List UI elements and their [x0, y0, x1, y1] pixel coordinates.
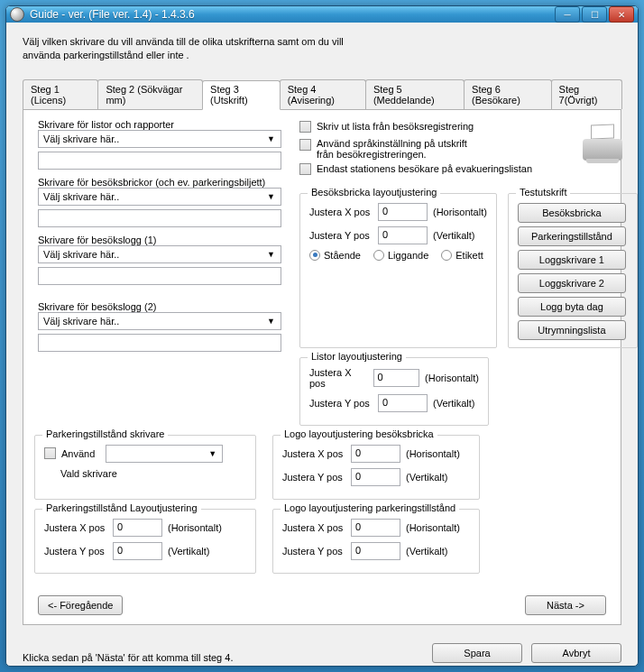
app-icon — [10, 7, 24, 22]
checkbox-parking-use[interactable] — [44, 447, 56, 459]
group-title-park-layout: Parkeringstillstånd Layoutjustering — [42, 502, 201, 513]
radio-liggande[interactable] — [373, 250, 384, 261]
checkbox-language[interactable] — [299, 139, 311, 151]
combo-printer-reports[interactable]: Välj skrivare här..▼ — [38, 130, 281, 148]
input-badge-y[interactable]: 0 — [378, 226, 428, 244]
text-printer-reports[interactable] — [38, 152, 281, 170]
label-printer-log2: Skrivare för besökslogg (2) — [38, 301, 281, 312]
text-printer-log1[interactable] — [38, 267, 281, 285]
chevron-down-icon: ▼ — [206, 449, 219, 458]
close-button[interactable]: ✕ — [609, 6, 634, 23]
group-logo-parking: Logo layoutjustering parkeringstillstånd… — [272, 509, 480, 574]
window-title: Guide - ver. (File ver. 1.4) - 1.4.3.6 — [30, 8, 555, 21]
input-badge-x[interactable]: 0 — [378, 203, 428, 221]
tab-step6[interactable]: Steg 6 (Besökare) — [464, 79, 552, 109]
group-parking-printer: Parkeringstillstånd skrivare Använd ▼ Va… — [34, 435, 256, 500]
group-title-logo-park: Logo layoutjustering parkeringstillstånd — [281, 502, 459, 513]
maximize-button[interactable]: ☐ — [582, 6, 607, 23]
chevron-down-icon: ▼ — [264, 317, 278, 326]
next-button[interactable]: Nästa -> — [525, 595, 606, 615]
group-parking-layout: Parkeringstillstånd Layoutjustering Just… — [34, 509, 256, 574]
input-logo-badge-x[interactable]: 0 — [351, 445, 400, 463]
group-title-list: Listor layoutjustering — [308, 351, 406, 362]
group-logo-badge: Logo layoutjustering besöksbricka Juster… — [272, 435, 480, 500]
label-chk2a: Använd språkinställning på utskrift — [317, 138, 467, 149]
radio-etikett[interactable] — [441, 250, 452, 261]
combo-printer-log1[interactable]: Välj skrivare här..▼ — [38, 245, 281, 263]
group-badge-layout: Besöksbricka layoutjustering Justera X p… — [299, 193, 497, 348]
group-list-layout: Listor layoutjustering Justera X pos0(Ho… — [299, 357, 489, 426]
label-vald-skrivare: Vald skrivare — [60, 468, 246, 479]
label-chk2b: från besökregistreringen. — [317, 149, 427, 160]
input-park-x[interactable]: 0 — [113, 519, 162, 537]
chevron-down-icon: ▼ — [264, 250, 278, 259]
group-test-print: Testutskrift Besöksbricka Parkeringstill… — [508, 193, 638, 348]
checkbox-print-list[interactable] — [299, 121, 311, 133]
btn-test-logday[interactable]: Logg byta dag — [518, 297, 626, 317]
input-list-x[interactable]: 0 — [373, 369, 420, 387]
input-list-y[interactable]: 0 — [378, 394, 428, 412]
radio-staende[interactable] — [309, 250, 320, 261]
checkbox-station-only[interactable] — [299, 163, 311, 175]
input-logo-badge-y[interactable]: 0 — [351, 468, 400, 486]
printer-column: Skrivare för listor och rapporter Välj s… — [34, 119, 281, 426]
btn-test-log1[interactable]: Loggskrivare 1 — [518, 250, 626, 270]
label-printer-badges: Skrivare för besöksbrickor (och ev. park… — [38, 177, 281, 188]
printer-icon — [580, 124, 625, 161]
cancel-button[interactable]: Avbryt — [531, 643, 621, 663]
combo-printer-badges[interactable]: Välj skrivare här..▼ — [38, 188, 281, 206]
input-logo-park-y[interactable]: 0 — [351, 542, 400, 560]
prev-button[interactable]: <- Föregående — [38, 595, 123, 615]
intro-text: Välj vilken skrivare du vill använda til… — [23, 35, 383, 63]
btn-test-parking[interactable]: Parkeringstillstånd — [518, 226, 626, 246]
save-button[interactable]: Spara — [432, 643, 522, 663]
tab-bar: Steg 1 (Licens) Steg 2 (Sökvägar mm) Ste… — [23, 79, 621, 110]
text-printer-badges[interactable] — [38, 209, 281, 227]
tab-step4[interactable]: Steg 4 (Avisering) — [280, 79, 366, 109]
group-title-test: Testutskrift — [516, 187, 571, 198]
label-chk3: Endast stationens besökare på evakuering… — [317, 163, 532, 174]
window-buttons: ─ ☐ ✕ — [555, 6, 634, 23]
combo-printer-log2[interactable]: Välj skrivare här..▼ — [38, 312, 281, 330]
tab-step7[interactable]: Steg 7(Övrigt) — [551, 79, 622, 109]
btn-test-log2[interactable]: Loggskrivare 2 — [518, 273, 626, 293]
main-window: Guide - ver. (File ver. 1.4) - 1.4.3.6 ─… — [5, 5, 639, 667]
text-printer-log2[interactable] — [38, 334, 281, 352]
footer-message: Klicka sedan på 'Nästa' för att komma ti… — [23, 652, 432, 663]
right-column: Skriv ut lista från besöksregistrering A… — [299, 119, 638, 426]
content-area: Välj vilken skrivare du vill använda til… — [6, 23, 638, 634]
group-title-badge: Besöksbricka layoutjustering — [308, 187, 440, 198]
input-park-y[interactable]: 0 — [113, 542, 162, 560]
btn-test-badge[interactable]: Besöksbricka — [518, 203, 626, 223]
label-chk1: Skriv ut lista från besöksregistrering — [317, 121, 474, 132]
tab-page: Skrivare för listor och rapporter Välj s… — [23, 110, 621, 625]
chevron-down-icon: ▼ — [264, 134, 278, 143]
combo-parking-printer[interactable]: ▼ — [106, 445, 223, 463]
btn-test-evac[interactable]: Utrymningslista — [518, 320, 626, 340]
group-title-logo-badge: Logo layoutjustering besöksbricka — [281, 428, 437, 439]
chevron-down-icon: ▼ — [264, 192, 278, 201]
tab-step5[interactable]: Steg 5 (Meddelande) — [365, 79, 465, 109]
tab-step1[interactable]: Steg 1 (Licens) — [23, 79, 98, 109]
label-printer-log1: Skrivare för besökslogg (1) — [38, 235, 281, 245]
input-logo-park-x[interactable]: 0 — [351, 519, 400, 537]
group-title-park-printer: Parkeringstillstånd skrivare — [42, 428, 168, 439]
titlebar[interactable]: Guide - ver. (File ver. 1.4) - 1.4.3.6 ─… — [6, 6, 638, 23]
tab-step2[interactable]: Steg 2 (Sökvägar mm) — [97, 79, 203, 109]
footer: Klicka sedan på 'Nästa' för att komma ti… — [6, 634, 638, 667]
tab-step3[interactable]: Steg 3 (Utskrift) — [202, 80, 281, 110]
label-printer-reports: Skrivare för listor och rapporter — [38, 119, 281, 130]
minimize-button[interactable]: ─ — [555, 6, 580, 23]
